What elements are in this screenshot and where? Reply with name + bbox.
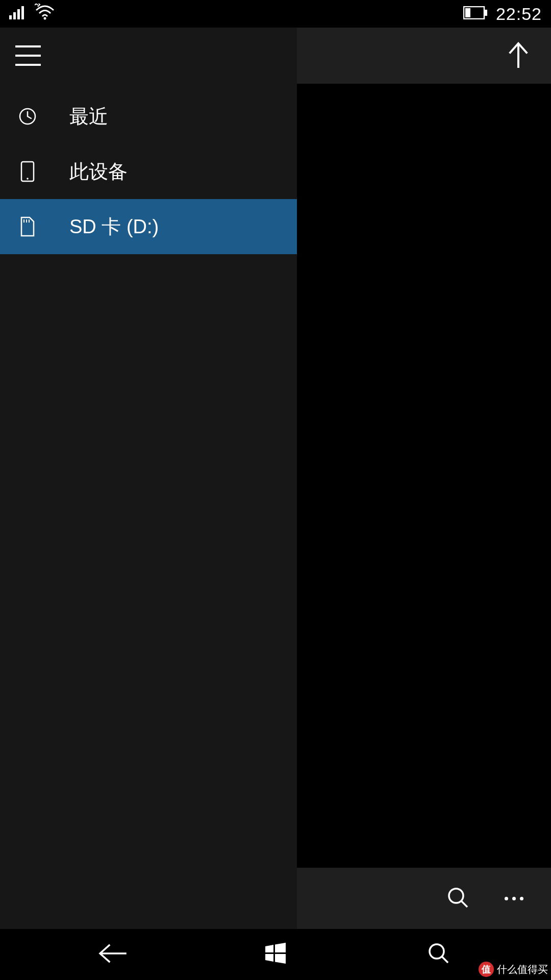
- battery-icon: [463, 5, 488, 23]
- svg-marker-18: [265, 954, 273, 962]
- svg-marker-19: [275, 954, 286, 964]
- drawer-item-label: 此设备: [69, 159, 128, 185]
- status-bar: 22:52: [0, 0, 551, 28]
- drawer-item-label: 最近: [69, 104, 108, 130]
- system-nav-bar: [0, 929, 551, 980]
- svg-marker-17: [275, 943, 286, 952]
- svg-point-10: [27, 178, 29, 180]
- arrow-up-icon: [507, 41, 530, 70]
- command-bar: [297, 868, 551, 929]
- drawer-list: 最近 此设备 SD 卡 (D:): [0, 84, 297, 254]
- drawer-item-sd-card[interactable]: SD 卡 (D:): [0, 199, 297, 254]
- more-icon: [505, 897, 523, 900]
- hamburger-button[interactable]: [15, 45, 41, 66]
- svg-line-15: [461, 901, 467, 907]
- svg-line-21: [442, 957, 448, 963]
- up-button[interactable]: [498, 35, 539, 76]
- search-button[interactable]: [440, 880, 475, 916]
- sd-card-icon: [17, 216, 38, 237]
- wifi-icon: [35, 4, 55, 24]
- drawer-item-recent[interactable]: 最近: [0, 89, 297, 144]
- svg-rect-1: [13, 12, 16, 19]
- svg-point-4: [44, 17, 46, 20]
- clock-icon: [17, 107, 38, 126]
- back-icon: [97, 942, 128, 967]
- phone-icon: [17, 161, 38, 182]
- svg-rect-3: [21, 6, 24, 19]
- status-time: 22:52: [496, 4, 542, 24]
- windows-icon: [263, 941, 288, 968]
- svg-point-14: [449, 889, 463, 903]
- drawer-header: [0, 28, 297, 84]
- file-list-area[interactable]: [297, 84, 551, 868]
- search-icon: [445, 885, 470, 912]
- more-button[interactable]: [496, 880, 532, 916]
- watermark: 值 什么值得买: [479, 962, 548, 977]
- drawer-item-this-device[interactable]: 此设备: [0, 144, 297, 199]
- svg-rect-6: [485, 10, 487, 16]
- watermark-badge: 值: [479, 962, 494, 977]
- svg-marker-16: [265, 945, 273, 952]
- navigation-drawer: 最近 此设备 SD 卡 (D:): [0, 28, 297, 929]
- svg-rect-0: [9, 15, 12, 19]
- search-nav-button[interactable]: [416, 939, 462, 970]
- watermark-text: 什么值得买: [497, 963, 548, 976]
- signal-icon: [9, 5, 27, 23]
- drawer-item-label: SD 卡 (D:): [69, 214, 159, 240]
- svg-rect-7: [465, 8, 470, 17]
- svg-rect-2: [17, 9, 20, 19]
- back-button[interactable]: [89, 939, 135, 970]
- search-icon: [427, 941, 451, 968]
- svg-point-20: [430, 944, 444, 959]
- start-button[interactable]: [253, 939, 298, 970]
